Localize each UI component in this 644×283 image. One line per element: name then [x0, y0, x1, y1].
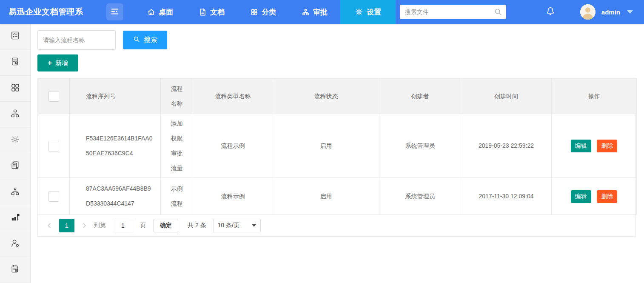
document-gear-icon	[10, 57, 20, 68]
grid-icon	[250, 8, 258, 16]
column-header-actions: 操作	[552, 79, 637, 114]
nav-item-approval[interactable]: 审批	[289, 0, 340, 24]
edit-button[interactable]: 编辑	[571, 190, 591, 203]
cell-type: 流程示例	[193, 178, 273, 215]
total-count-label: 共 2 条	[188, 222, 206, 229]
search-button-label: 搜索	[144, 36, 157, 45]
gear-icon	[10, 134, 20, 146]
goto-page-label: 到第	[94, 222, 106, 229]
edit-button[interactable]: 编辑	[571, 140, 591, 152]
bar-chart-flag-icon	[10, 212, 20, 224]
notifications-button[interactable]	[545, 6, 556, 18]
select-all-checkbox[interactable]	[48, 91, 59, 102]
sidebar-item-settings[interactable]	[0, 128, 30, 154]
cell-creator: 系统管理员	[379, 114, 461, 178]
cell-serial: 87AC3AA596AF44B8B9D53330344C4147	[70, 178, 161, 215]
nav-item-label: 审批	[313, 7, 328, 17]
nav-item-categories[interactable]: 分类	[237, 0, 289, 24]
cell-serial: F534E126E3614B1FAA050EAE7636C9C4	[70, 114, 161, 178]
menu-collapse-button[interactable]	[106, 3, 123, 20]
menu-collapse-icon	[110, 7, 120, 17]
confirm-page-button[interactable]: 确定	[154, 219, 178, 232]
nav-item-documents[interactable]: 文档	[186, 0, 237, 24]
table-row: 87AC3AA596AF44B8B9D53330344C4147 示例流程 流程…	[38, 178, 637, 215]
chevron-down-icon	[627, 10, 633, 14]
sidebar-item-statistics[interactable]	[0, 205, 30, 231]
flow-table: 流程序列号 流程名称 流程类型名称 流程状态 创建者 创建时间 操作	[38, 78, 637, 215]
column-header-name: 流程名称	[161, 79, 193, 114]
plus-icon: +	[48, 59, 52, 67]
page-size-value: 10 条/页	[218, 222, 239, 229]
cell-status: 启用	[273, 178, 379, 215]
sitemap-icon	[10, 109, 20, 120]
sidebar-item-logs[interactable]	[0, 257, 30, 283]
row-checkbox[interactable]	[48, 141, 59, 152]
sidebar-item-categories[interactable]	[0, 76, 30, 102]
app-header: 易迅企业文档管理系 桌面 文档	[0, 0, 644, 24]
user-menu[interactable]: admin	[580, 4, 633, 20]
delete-button[interactable]: 删除	[597, 140, 617, 152]
nav-item-label: 分类	[262, 7, 276, 17]
header-checkbox-cell	[38, 79, 70, 114]
goto-page-input[interactable]	[113, 219, 133, 232]
row-checkbox[interactable]	[48, 191, 59, 202]
flow-search-toolbar: 搜索	[37, 30, 640, 50]
sidebar-item-flows[interactable]	[0, 102, 30, 128]
row-checkbox-cell	[38, 114, 70, 178]
column-header-serial: 流程序列号	[70, 79, 161, 114]
grid-icon	[10, 83, 20, 94]
delete-button[interactable]: 删除	[597, 190, 617, 203]
copy-documents-icon	[10, 160, 20, 172]
cell-actions: 编辑 删除	[552, 114, 637, 178]
header-search	[400, 5, 506, 19]
approval-flow-icon	[302, 8, 310, 16]
cell-created: 2019-05-23 22:59:22	[461, 114, 552, 178]
nav-item-settings[interactable]: 设置	[340, 0, 396, 24]
file-search-input[interactable]	[400, 5, 506, 19]
home-icon	[147, 8, 155, 16]
cell-status: 启用	[273, 114, 379, 178]
sidebar-item-users[interactable]	[0, 231, 30, 257]
table-row: F534E126E3614B1FAA050EAE7636C9C4 添加权限审批流…	[38, 114, 637, 178]
page-number-current[interactable]: 1	[59, 219, 74, 232]
user-gear-icon	[10, 238, 20, 250]
caret-down-icon	[252, 224, 256, 227]
flow-name-input[interactable]	[37, 30, 116, 50]
column-header-status: 流程状态	[273, 79, 379, 114]
sidebar-item-tasks[interactable]	[0, 24, 30, 50]
sidebar-item-documents[interactable]	[0, 153, 30, 179]
form-checklist-icon	[10, 31, 20, 42]
avatar	[580, 4, 596, 20]
flow-table-card: 流程序列号 流程名称 流程类型名称 流程状态 创建者 创建时间 操作	[37, 78, 636, 237]
column-header-creator: 创建者	[379, 79, 461, 114]
page-unit-label: 页	[140, 222, 146, 229]
column-header-type: 流程类型名称	[193, 79, 273, 114]
page-size-select[interactable]: 10 条/页	[213, 219, 261, 232]
sitemap-icon	[10, 186, 20, 198]
row-checkbox-cell	[38, 178, 70, 215]
cell-created: 2017-11-30 12:09:04	[461, 178, 552, 215]
nav-item-label: 桌面	[159, 7, 173, 17]
search-button[interactable]: 搜索	[123, 31, 167, 49]
add-button-label: 新增	[55, 59, 68, 67]
add-button[interactable]: + 新增	[37, 54, 78, 71]
document-icon	[199, 8, 207, 16]
bell-icon	[545, 6, 556, 18]
chevron-right-icon[interactable]	[80, 222, 89, 229]
gear-icon	[355, 8, 363, 16]
cell-creator: 系统管理员	[379, 178, 461, 215]
document-clock-icon	[10, 264, 20, 275]
main-nav: 桌面 文档 分类	[134, 0, 396, 24]
column-header-created: 创建时间	[461, 79, 552, 114]
nav-item-desktop[interactable]: 桌面	[134, 0, 186, 24]
sidebar-item-org-flows[interactable]	[0, 179, 30, 205]
chevron-left-icon[interactable]	[45, 222, 54, 229]
nav-item-label: 设置	[367, 7, 381, 17]
table-header-row: 流程序列号 流程名称 流程类型名称 流程状态 创建者 创建时间 操作	[38, 79, 637, 114]
search-icon	[133, 35, 140, 45]
search-icon[interactable]	[493, 7, 503, 18]
username: admin	[601, 9, 620, 16]
cell-name: 添加权限审批流量	[161, 114, 193, 178]
cell-actions: 编辑 删除	[552, 178, 637, 215]
sidebar-item-doc-config[interactable]	[0, 50, 30, 76]
